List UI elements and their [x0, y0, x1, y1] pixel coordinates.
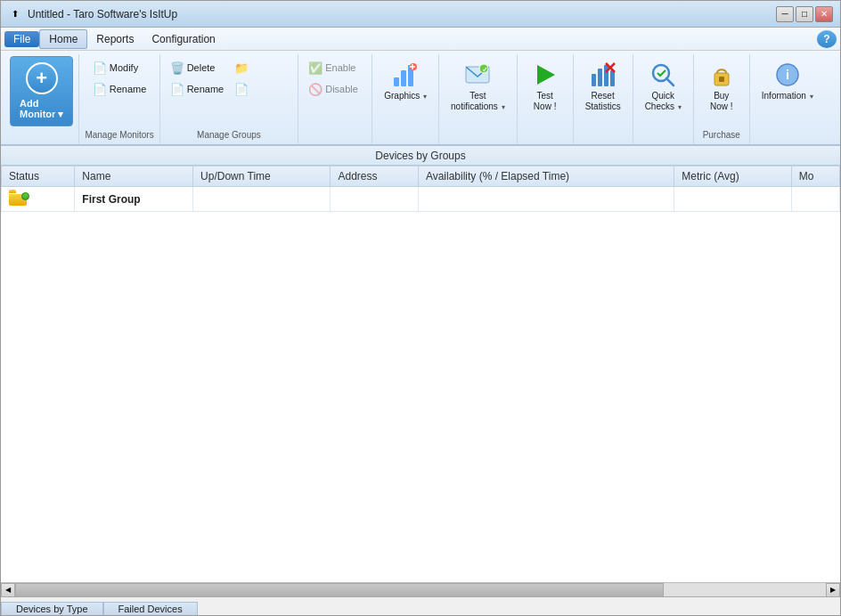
row-address-cell [331, 187, 418, 212]
file-menu[interactable]: File [4, 31, 39, 47]
test-notifications-button[interactable]: ✓ Testnotifications ▾ [445, 56, 511, 117]
move-icon: 📄 [234, 82, 249, 96]
maximize-button[interactable]: □ [796, 6, 813, 22]
col-address: Address [331, 166, 418, 187]
disable-label: Disable [325, 84, 358, 94]
svg-rect-11 [598, 69, 602, 86]
information-label: Information ▾ [762, 91, 813, 101]
rename-button[interactable]: 📄 Rename [88, 79, 151, 99]
menu-bar: File Home Reports Configuration ? [1, 28, 840, 51]
test-notifications-icon: ✓ [463, 61, 492, 89]
devices-table: Status Name Up/Down Time Address Availab… [1, 166, 840, 212]
groups-rename-button[interactable]: 📄 Rename [166, 79, 229, 99]
ribbon-group-reset-stats: ResetStatistics [574, 54, 633, 144]
rename-label: Rename [110, 84, 147, 94]
help-button[interactable]: ? [817, 30, 837, 48]
ribbon-graphics-buttons: Graphics ▾ [378, 56, 433, 130]
quick-checks-icon [649, 61, 677, 89]
reset-statistics-button[interactable]: ResetStatistics [579, 56, 627, 117]
ribbon-group-manage-groups: 🗑️ Delete 📄 Rename 📁 📄 [160, 54, 299, 144]
ribbon-group-label-add-monitor [40, 130, 43, 142]
ribbon-group-label-manage-monitors: Manage Monitors [85, 130, 153, 142]
main-table-container: Status Name Up/Down Time Address Availab… [1, 166, 840, 582]
horizontal-scrollbar[interactable]: ◀ ▶ [1, 582, 840, 596]
graphics-button[interactable]: Graphics ▾ [378, 56, 433, 113]
buy-now-button[interactable]: BuyNow ! [699, 56, 744, 117]
modify-button[interactable]: 📄 Modify [88, 58, 151, 77]
new-folder-button[interactable]: 📁 [230, 58, 292, 77]
table-header: Status Name Up/Down Time Address Availab… [2, 166, 840, 187]
ribbon-group-add-monitor: + AddMonitor ▾ [4, 54, 79, 144]
svg-text:i: i [786, 68, 789, 82]
folder-tab [9, 190, 16, 193]
scroll-left-button[interactable]: ◀ [1, 583, 15, 597]
ribbon: + AddMonitor ▾ 📄 Modify 📄 Rename [1, 51, 840, 146]
col-status: Status [2, 166, 75, 187]
add-monitor-button[interactable]: + AddMonitor ▾ [10, 56, 73, 126]
svg-rect-1 [401, 70, 406, 86]
tab-configuration[interactable]: Configuration [143, 30, 224, 48]
manage-groups-col: 🗑️ Delete 📄 Rename [166, 56, 229, 99]
delete-label: Delete [187, 62, 216, 73]
tab-home[interactable]: Home [39, 29, 87, 49]
window-title: Untitled - Taro Software's IsItUp [28, 8, 177, 20]
svg-rect-10 [592, 74, 596, 86]
reset-statistics-icon [589, 61, 617, 89]
test-now-button[interactable]: TestNow ! [523, 56, 567, 117]
ribbon-group-label-test-now [543, 130, 546, 142]
graphics-label: Graphics ▾ [384, 91, 427, 101]
information-button[interactable]: i Information ▾ [755, 56, 820, 113]
row-status-cell [2, 187, 75, 212]
title-bar: ⬆ Untitled - Taro Software's IsItUp ─ □ … [1, 1, 840, 28]
table-header-row: Status Name Up/Down Time Address Availab… [2, 166, 840, 187]
quick-checks-label: QuickChecks ▾ [645, 91, 682, 112]
ribbon-group-label-test-notif [477, 130, 479, 142]
new-folder-icon: 📁 [234, 61, 249, 75]
ribbon-group-label-enable-disable [334, 130, 337, 142]
disable-icon: 🚫 [308, 82, 323, 96]
ribbon-group-manage-monitors: 📄 Modify 📄 Rename Manage Monitors [79, 54, 159, 144]
groups-rename-icon: 📄 [170, 82, 184, 96]
manage-groups-col2: 📁 📄 [230, 56, 292, 99]
ribbon-group-buy-now: BuyNow ! Purchase [694, 54, 750, 144]
add-monitor-icon: + [26, 62, 58, 94]
ribbon-enable-disable-buttons: ✅ Enable 🚫 Disable [304, 56, 366, 130]
add-monitor-label: AddMonitor ▾ [20, 98, 63, 120]
minimize-button[interactable]: ─ [776, 6, 794, 22]
window-controls: ─ □ ✕ [776, 6, 833, 22]
scroll-track[interactable] [15, 583, 826, 597]
col-more: Mo [791, 166, 839, 187]
status-tab-row: Devices by Type Failed Devices [1, 597, 840, 615]
ribbon-group-label-information [786, 130, 788, 142]
ribbon-quick-checks-buttons: QuickChecks ▾ [639, 56, 688, 130]
row-availability-cell [418, 187, 674, 212]
tab-devices-by-type[interactable]: Devices by Type [1, 602, 103, 615]
modify-label: Modify [110, 62, 138, 73]
disable-button[interactable]: 🚫 Disable [304, 79, 366, 99]
quick-checks-button[interactable]: QuickChecks ▾ [639, 56, 688, 117]
tab-failed-devices[interactable]: Failed Devices [103, 602, 198, 615]
ribbon-group-test-now: TestNow ! [518, 54, 574, 144]
ribbon-group-quick-checks: QuickChecks ▾ [633, 54, 694, 144]
ribbon-group-enable-disable: ✅ Enable 🚫 Disable [298, 54, 372, 144]
move-button[interactable]: 📄 [230, 79, 292, 99]
ribbon-add-monitor-buttons: + AddMonitor ▾ [10, 56, 73, 130]
close-button[interactable]: ✕ [815, 6, 833, 22]
rename-icon: 📄 [93, 82, 107, 96]
enable-disable-col: ✅ Enable 🚫 Disable [304, 56, 366, 99]
tab-reports[interactable]: Reports [87, 30, 143, 48]
scroll-thumb[interactable] [15, 583, 664, 597]
scroll-right-button[interactable]: ▶ [826, 583, 840, 597]
information-icon: i [773, 61, 802, 89]
ribbon-group-label-graphics [404, 130, 407, 142]
enable-button[interactable]: ✅ Enable [304, 58, 366, 77]
delete-icon: 🗑️ [170, 61, 184, 75]
ribbon-group-label-manage-groups: Manage Groups [197, 130, 261, 142]
folder-icon [9, 190, 29, 206]
delete-button[interactable]: 🗑️ Delete [166, 58, 229, 77]
row-metric-cell [674, 187, 791, 212]
table-row[interactable]: First Group [2, 187, 840, 212]
buy-now-icon [707, 61, 736, 89]
section-label: Devices by Groups [1, 146, 840, 166]
ribbon-reset-stats-buttons: ResetStatistics [579, 56, 627, 130]
